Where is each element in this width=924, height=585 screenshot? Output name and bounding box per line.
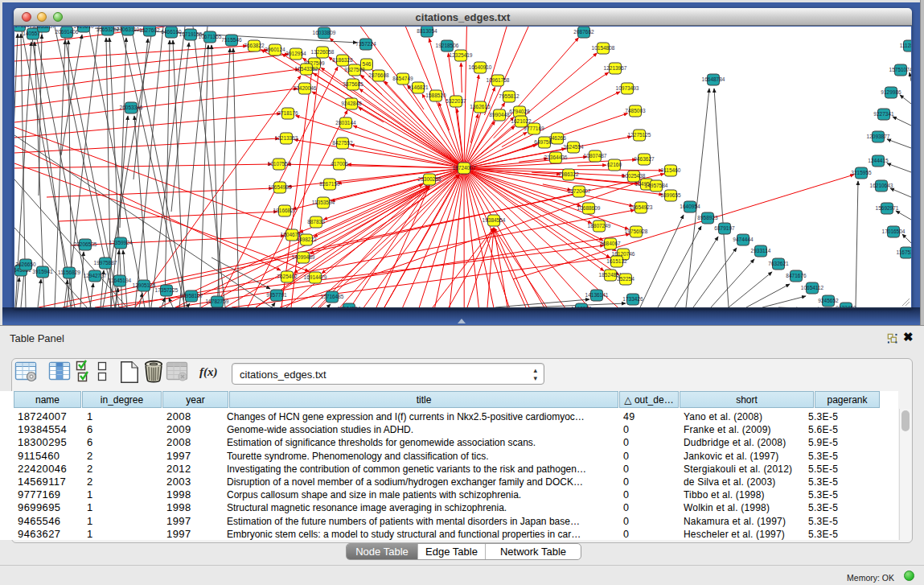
svg-text:3960124: 3960124 [265,47,285,52]
svg-text:21063110: 21063110 [117,27,140,32]
svg-text:18807249: 18807249 [588,223,611,229]
svg-text:9777169: 9777169 [524,126,544,131]
svg-text:19756928: 19756928 [625,229,648,234]
svg-text:6794028: 6794028 [509,109,530,114]
svg-text:19384554: 19384554 [483,217,506,223]
svg-text:1588520: 1588520 [425,93,446,98]
svg-text:12275125: 12275125 [628,132,651,138]
svg-text:11645194: 11645194 [109,278,132,283]
svg-text:12325419: 12325419 [450,52,473,58]
svg-text:14136141: 14136141 [585,292,609,298]
svg-text:9146821: 9146821 [408,84,429,90]
svg-text:2087662: 2087662 [573,29,594,35]
svg-text:16782759: 16782759 [206,299,229,304]
svg-text:16033809: 16033809 [313,30,336,35]
svg-text:17357225: 17357225 [155,287,179,293]
svg-text:8813054: 8813054 [417,28,437,34]
svg-text:19975887: 19975887 [94,260,117,266]
svg-text:15751074: 15751074 [889,67,911,72]
svg-text:10961758: 10961758 [487,77,510,83]
svg-text:23300235: 23300235 [418,176,441,182]
svg-text:16648784: 16648784 [702,76,725,82]
svg-text:9242848: 9242848 [341,101,362,106]
svg-text:18724007: 18724007 [453,165,476,171]
svg-text:16640910: 16640910 [469,64,492,70]
svg-text:1244415: 1244415 [868,158,889,163]
svg-text:7357224: 7357224 [355,41,376,47]
svg-text:9129986: 9129986 [881,89,901,95]
svg-text:9227341: 9227341 [873,111,894,117]
svg-text:9474444: 9474444 [733,237,754,242]
svg-text:1167533: 1167533 [897,249,911,255]
svg-text:15692971: 15692971 [876,205,899,211]
svg-text:9857791: 9857791 [266,292,287,298]
svg-text:3875685: 3875685 [343,81,363,87]
svg-text:7485003: 7485003 [625,108,646,113]
svg-text:7515546: 7515546 [221,37,242,43]
svg-text:1419610: 1419610 [73,27,94,29]
svg-text:17016504: 17016504 [882,229,906,234]
svg-text:21364436: 21364436 [544,154,568,160]
svg-text:9245652: 9245652 [818,298,839,303]
svg-text:14099489: 14099489 [292,254,315,260]
svg-text:12213967: 12213967 [604,65,627,71]
svg-text:3915941: 3915941 [32,269,53,274]
svg-text:14957584: 14957584 [645,183,668,188]
svg-text:3215955: 3215955 [851,170,872,175]
svg-text:11353594: 11353594 [312,200,335,205]
svg-text:9115460: 9115460 [661,167,681,173]
svg-text:20206535: 20206535 [74,241,97,247]
svg-text:16543362: 16543362 [295,66,318,72]
svg-text:19853237: 19853237 [32,27,55,29]
svg-text:10973493: 10973493 [616,85,639,91]
svg-text:12213363: 12213363 [275,135,298,141]
svg-text:19166827: 19166827 [273,208,297,213]
svg-text:7632621: 7632621 [768,261,789,266]
svg-text:1733426: 1733426 [622,296,643,302]
svg-text:417006: 417006 [331,161,348,167]
svg-text:12093877: 12093877 [867,134,890,139]
svg-text:887833: 887833 [307,219,325,225]
svg-text:2933114: 2933114 [751,248,771,253]
svg-text:746266: 746266 [548,135,566,141]
svg-text:1112883: 1112883 [900,43,911,48]
svg-text:6879197: 6879197 [714,225,735,231]
svg-text:5322037: 5322037 [446,98,466,104]
svg-text:1640954: 1640954 [680,204,700,209]
svg-text:17359924: 17359924 [109,240,133,245]
svg-text:10807487: 10807487 [584,153,607,159]
svg-text:9463627: 9463627 [634,156,655,162]
svg-text:2876608: 2876608 [368,72,389,78]
svg-text:9327508: 9327508 [344,67,365,72]
svg-text:16914479: 16914479 [304,274,327,280]
svg-text:7625402: 7625402 [277,274,298,279]
svg-text:10107553: 10107553 [268,161,291,167]
svg-text:1527602: 1527602 [139,27,160,33]
svg-text:23420046: 23420046 [294,85,317,91]
svg-text:10671355: 10671355 [199,34,222,39]
svg-text:19218506: 19218506 [436,43,459,48]
svg-text:8267150: 8267150 [319,181,340,187]
svg-text:26053346: 26053346 [120,105,143,110]
svg-text:12942737: 12942737 [84,273,107,278]
svg-text:2803144: 2803144 [335,120,356,126]
svg-text:10025438: 10025438 [622,173,646,179]
svg-text:11156829: 11156829 [58,270,80,275]
svg-text:20691406: 20691406 [55,29,79,35]
svg-text:15716485: 15716485 [321,294,344,299]
svg-text:8958923: 8958923 [697,215,718,220]
svg-text:3912954: 3912954 [285,51,306,56]
svg-text:10688609: 10688609 [577,205,601,211]
svg-text:6899655: 6899655 [660,192,681,198]
svg-text:12905135: 12905135 [133,282,156,288]
svg-text:546: 546 [363,61,372,67]
svg-text:10958107: 10958107 [180,293,203,299]
svg-text:252254: 252254 [617,276,634,282]
svg-text:8427552: 8427552 [332,140,353,146]
svg-text:10654112: 10654112 [801,285,824,290]
svg-text:9684067: 9684067 [600,241,621,246]
svg-text:19654923: 19654923 [630,204,653,210]
svg-text:2867825: 2867825 [14,27,30,28]
svg-text:3624554: 3624554 [563,144,584,150]
svg-text:62160: 62160 [607,162,622,167]
